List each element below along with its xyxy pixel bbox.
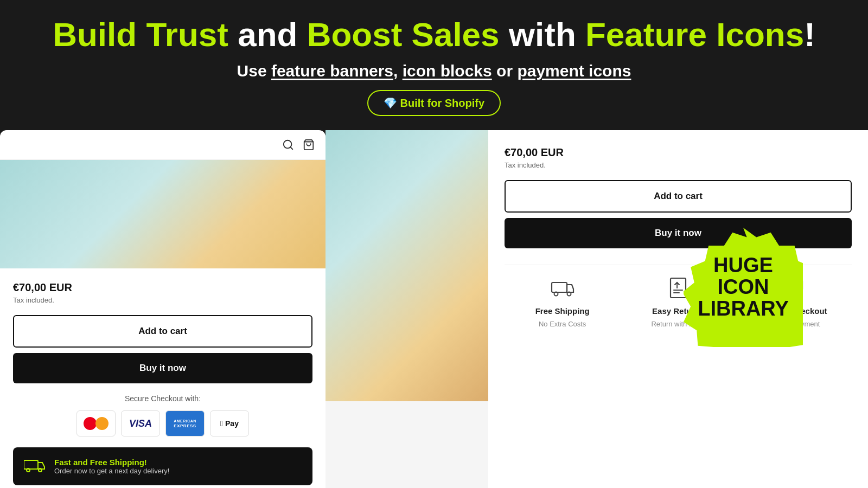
free-shipping-title: Free Shipping — [535, 306, 590, 316]
feature-free-shipping: Free Shipping No Extra Costs — [505, 271, 620, 333]
subtitle-link-icons[interactable]: icon blocks — [403, 62, 492, 80]
huge-line1: HUGE — [698, 255, 788, 277]
cart-icon — [303, 139, 315, 151]
amex-bottom-text: EXPRESS — [174, 423, 196, 428]
right-panel: €70,00 EUR Tax included. Add to cart Buy… — [326, 130, 868, 488]
svg-point-4 — [27, 468, 30, 472]
left-product-content: €70,00 EUR Tax included. Add to cart Buy… — [0, 268, 326, 488]
left-tax-info: Tax included. — [13, 296, 312, 304]
product-image-left — [0, 160, 326, 268]
applepay-icon:  Pay — [210, 410, 249, 436]
visa-icon: VISA — [121, 410, 160, 436]
huge-line2: ICON — [698, 277, 788, 298]
shipping-text: Fast and Free Shipping! Order now to get… — [54, 458, 169, 475]
cart-button[interactable] — [303, 139, 315, 151]
amex-top-text: AMERICAN — [174, 419, 196, 423]
svg-line-1 — [290, 147, 292, 149]
svg-rect-9 — [671, 278, 686, 298]
payment-icons-row: VISA AMERICAN EXPRESS  Pay — [13, 410, 312, 436]
shopify-badge: 💎 Built for Shopify — [367, 90, 501, 116]
title-accent-1: Build Trust — [53, 16, 228, 53]
header-section: Build Trust and Boost Sales with Feature… — [0, 0, 868, 127]
svg-point-5 — [39, 468, 42, 472]
shipping-truck-icon — [24, 456, 46, 477]
mastercard-right-circle — [95, 417, 108, 430]
right-tax-info: Tax included. — [505, 161, 852, 169]
applepay-text:  Pay — [220, 419, 239, 428]
right-price: €70,00 EUR — [505, 146, 852, 159]
free-shipping-subtitle: No Extra Costs — [539, 320, 586, 328]
svg-rect-3 — [24, 460, 38, 469]
shipping-subtitle: Order now to get a next day delivery! — [54, 467, 169, 475]
left-price: €70,00 EUR — [13, 281, 312, 294]
right-add-to-cart-button[interactable]: Add to cart — [505, 180, 852, 213]
search-icon — [282, 139, 294, 151]
content-area: €70,00 EUR Tax included. Add to cart Buy… — [0, 130, 868, 488]
subtitle-link-banners[interactable]: feature banners — [271, 62, 393, 80]
left-buy-now-button[interactable]: Buy it now — [13, 353, 312, 383]
secure-checkout-label: Secure Checkout with: — [13, 394, 312, 403]
shipping-title: Fast and Free Shipping! — [54, 458, 169, 467]
search-button[interactable] — [282, 139, 294, 151]
right-buy-now-button[interactable]: Buy it now — [505, 218, 852, 248]
title-accent-2: Boost Sales — [307, 16, 500, 53]
mastercard-icon — [76, 410, 116, 436]
mastercard-left-circle — [84, 417, 97, 430]
header-subtitle: Use feature banners, icon blocks or paym… — [11, 62, 857, 80]
left-add-to-cart-button[interactable]: Add to cart — [13, 315, 312, 348]
title-accent-3: Feature Icons — [585, 16, 804, 53]
svg-rect-6 — [552, 282, 567, 292]
huge-line3: LIBRARY — [698, 298, 788, 320]
right-product-content: €70,00 EUR Tax included. Add to cart Buy… — [488, 130, 868, 488]
shipping-banner: Fast and Free Shipping! Order now to get… — [13, 447, 312, 485]
truck-icon — [551, 276, 575, 302]
visa-text: VISA — [129, 418, 152, 429]
amex-icon: AMERICAN EXPRESS — [165, 410, 205, 436]
left-panel: €70,00 EUR Tax included. Add to cart Buy… — [0, 130, 326, 488]
panel-header — [0, 130, 326, 160]
subtitle-link-payment[interactable]: payment icons — [517, 62, 631, 80]
header-title: Build Trust and Boost Sales with Feature… — [11, 16, 857, 53]
